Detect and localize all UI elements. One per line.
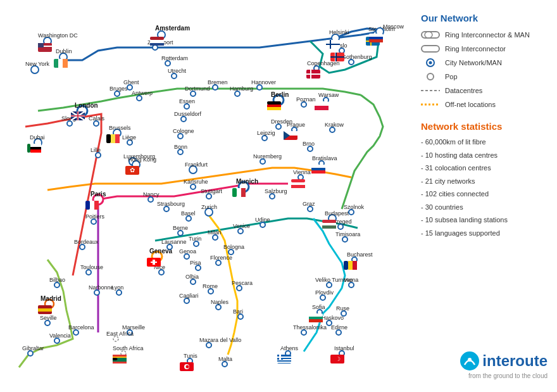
svg-text:Rotterdam: Rotterdam	[161, 55, 188, 61]
svg-text:Cagliari: Cagliari	[179, 293, 199, 299]
stats-item-4: - 102 cities connected	[421, 189, 548, 199]
svg-rect-282	[348, 261, 353, 270]
svg-point-109	[178, 231, 183, 236]
svg-text:New York: New York	[25, 61, 50, 67]
svg-text:Bordeaux: Bordeaux	[74, 239, 99, 245]
svg-text:Bucharest: Bucharest	[347, 251, 373, 258]
svg-text:Gibraltar: Gibraltar	[22, 345, 44, 351]
svg-point-131	[196, 265, 201, 270]
svg-point-139	[184, 298, 189, 303]
svg-point-13	[339, 48, 344, 53]
svg-point-51	[235, 91, 240, 96]
svg-text:Lyon: Lyon	[111, 284, 123, 291]
legend-datacentre-label: Datacentres	[445, 87, 482, 94]
svg-text:Leipzig: Leipzig	[257, 130, 275, 136]
svg-point-310	[427, 73, 434, 80]
svg-point-79	[330, 127, 335, 132]
network-map-area: Amsterdam Zandvoort Rotterdam Utrecht He…	[0, 0, 411, 392]
svg-point-57	[181, 117, 186, 122]
svg-text:Stuttgart: Stuttgart	[201, 188, 223, 194]
svg-text:Krakow: Krakow	[325, 122, 344, 128]
svg-point-309	[429, 61, 432, 65]
svg-text:Rome: Rome	[203, 283, 218, 289]
svg-rect-276	[311, 165, 325, 168]
svg-text:Strasbourg: Strasbourg	[157, 201, 185, 207]
svg-rect-231	[267, 104, 281, 107]
svg-text:Barcelona: Barcelona	[68, 324, 94, 331]
svg-text:Vienna: Vienna	[293, 169, 311, 175]
svg-rect-284	[309, 313, 323, 317]
svg-point-145	[237, 286, 242, 291]
svg-text:Bremen: Bremen	[208, 79, 228, 85]
svg-rect-253	[369, 34, 383, 37]
svg-text:Frankfurt: Frankfurt	[185, 161, 208, 168]
svg-text:Dortmund: Dortmund	[185, 85, 210, 92]
svg-point-95	[308, 206, 313, 212]
svg-text:Lausanne: Lausanne	[161, 239, 187, 245]
svg-text:Dublin: Dublin	[56, 48, 72, 54]
stats-item-7: - 15 languages supported	[421, 228, 548, 239]
svg-point-59	[178, 134, 183, 139]
svg-text:Washington DC: Washington DC	[38, 32, 78, 39]
logo-tagline: from the ground to the cloud	[460, 372, 548, 379]
svg-point-127	[260, 222, 265, 227]
svg-point-33	[127, 85, 132, 90]
svg-point-123	[213, 235, 218, 240]
svg-rect-256	[232, 188, 237, 197]
stats-item-1: - 10 hosting data centres	[421, 150, 548, 161]
svg-point-61	[178, 149, 183, 155]
svg-text:Udine: Udine	[255, 217, 270, 223]
svg-text:Moscow: Moscow	[383, 23, 404, 30]
svg-point-314	[468, 358, 472, 362]
our-network-title: Our Network	[421, 13, 548, 23]
svg-point-171	[336, 330, 341, 335]
svg-point-165	[301, 330, 306, 335]
svg-rect-248	[330, 56, 344, 58]
svg-point-39	[127, 140, 132, 145]
svg-text:Dusseldorf: Dusseldorf	[174, 111, 202, 117]
svg-rect-268	[322, 223, 336, 225]
svg-point-135	[228, 250, 234, 255]
svg-text:Milan: Milan	[208, 229, 222, 236]
svg-rect-267	[322, 220, 336, 223]
svg-point-149	[206, 343, 211, 348]
svg-rect-264	[30, 149, 41, 153]
svg-rect-261	[27, 144, 30, 153]
svg-text:Hong Kong: Hong Kong	[128, 156, 156, 163]
svg-text:South Africa: South Africa	[113, 345, 144, 351]
svg-text:Warsaw: Warsaw	[318, 92, 339, 98]
legend-ring-label: Ring Interconnector	[445, 45, 506, 53]
svg-text:Prague: Prague	[287, 122, 305, 128]
legend-pop: Pop	[421, 72, 548, 82]
svg-point-15	[349, 60, 354, 65]
svg-rect-270	[291, 179, 305, 182]
svg-text:Cologne: Cologne	[173, 128, 194, 134]
svg-text:Helsinki: Helsinki	[329, 29, 349, 35]
svg-text:Utrecht: Utrecht	[168, 68, 187, 74]
svg-text:Genoa: Genoa	[179, 248, 196, 255]
legend-panel: Our Network Ring Interconnector & MAN Ri…	[411, 0, 557, 392]
svg-point-113	[167, 244, 172, 250]
svg-point-81	[308, 146, 313, 151]
legend-ring-man: Ring Interconnector & MAN	[421, 30, 548, 40]
svg-text:Poznan: Poznan	[296, 96, 316, 103]
svg-rect-235	[94, 201, 99, 210]
svg-point-195	[54, 282, 59, 288]
svg-point-187	[80, 244, 85, 250]
svg-rect-303	[113, 355, 127, 357]
svg-text:Pescara: Pescara	[232, 280, 253, 286]
svg-point-1	[153, 45, 158, 50]
svg-point-125	[238, 229, 243, 234]
legend-datacentre: Datacentres	[421, 85, 548, 96]
svg-text:Timisoara: Timisoara	[335, 231, 360, 237]
svg-rect-225	[111, 134, 115, 143]
stats-item-5: - 30 countries	[421, 202, 548, 213]
svg-text:Liège: Liège	[122, 134, 136, 141]
svg-text:✿: ✿	[130, 167, 135, 174]
svg-rect-285	[309, 317, 323, 319]
svg-text:Pisa: Pisa	[190, 260, 201, 266]
svg-point-173	[341, 311, 346, 316]
svg-point-189	[86, 270, 91, 275]
svg-point-147	[238, 314, 243, 319]
svg-point-91	[298, 175, 303, 180]
